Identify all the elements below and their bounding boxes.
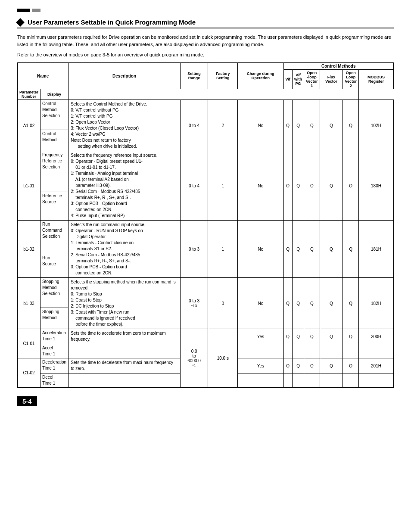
vf-c102: Q xyxy=(283,358,293,373)
display-b101-1: FrequencyReferenceSelection xyxy=(40,151,68,192)
open-loop1-header: Open-loopVector1 xyxy=(304,70,320,89)
vfpg-b101: Q xyxy=(293,151,304,221)
page-number: 5-4 xyxy=(17,396,37,406)
open1-c101: Q xyxy=(304,329,320,344)
flux-b101: Q xyxy=(320,151,343,221)
open2-c101: Q xyxy=(343,329,359,344)
range-b101: 0 to 4 xyxy=(180,151,208,221)
change-c102-2 xyxy=(238,373,283,388)
modbus-c101-2 xyxy=(358,344,393,358)
factory-b102: 1 xyxy=(208,221,238,278)
display-c102-2: DecelTime 1 xyxy=(40,373,68,388)
range-a102: 0 to 4 xyxy=(180,100,208,151)
param-number-header: ParameterNumber xyxy=(18,89,40,100)
accent-gray xyxy=(32,9,40,12)
open1-b101: Q xyxy=(304,151,320,221)
vfpg-c102-2 xyxy=(293,373,304,388)
display-b102-1: RunCommandSelection xyxy=(40,221,68,254)
desc-c101-empty xyxy=(68,344,181,358)
description-header: Description xyxy=(68,63,181,89)
display-b101-2: ReferenceSource xyxy=(40,192,68,220)
name-header: Name xyxy=(18,63,68,89)
vfpg-c101-2 xyxy=(293,344,304,358)
flux-b102: Q xyxy=(320,221,343,278)
open1-c102: Q xyxy=(304,358,320,373)
param-a102: A1-02 xyxy=(18,100,40,151)
desc-c101: Sets the time to accelerate from zero to… xyxy=(68,329,181,344)
table-row: b1-01 FrequencyReferenceSelection Select… xyxy=(18,151,394,192)
desc-c102: Sets the time to decelerate from maxi-mu… xyxy=(68,358,181,373)
open1-b103: Q xyxy=(304,278,320,329)
diamond-icon xyxy=(16,18,25,27)
factory-b103: 0 xyxy=(208,278,238,329)
change-c101-2 xyxy=(238,344,283,358)
open2-a102: Q xyxy=(343,100,359,151)
desc-b102: Selects the run command input source. 0:… xyxy=(68,221,181,278)
setting-range-header: Setting Range xyxy=(180,63,208,89)
modbus-c101: 200H xyxy=(358,329,393,344)
vfpg-a102: Q xyxy=(293,100,304,151)
vfpg-b103: Q xyxy=(293,278,304,329)
modbus-header: MODBUS Register xyxy=(358,70,393,89)
display-header: Display xyxy=(40,89,68,100)
table-row: b1-03 StoppingMethodSelection Selects th… xyxy=(18,278,394,308)
vf-pg-header: V/fwithPG xyxy=(293,70,304,89)
flux-c101: Q xyxy=(320,329,343,344)
section-title: User Parameters Settable in Quick Progra… xyxy=(17,19,394,28)
refer-paragraph: Refer to the overview of modes on page 3… xyxy=(17,52,394,57)
open2-b103: Q xyxy=(343,278,359,329)
vfpg-c101: Q xyxy=(293,329,304,344)
flux-c102-2 xyxy=(320,373,343,388)
desc-sub-header xyxy=(68,89,359,100)
display-b102-2: RunSource xyxy=(40,254,68,278)
vf-a102: Q xyxy=(283,100,293,151)
display-b103-2: StoppingMethod xyxy=(40,308,68,329)
flux-c102: Q xyxy=(320,358,343,373)
factory-c1-shared: 10.0 s xyxy=(208,329,238,388)
accent-black xyxy=(17,9,30,12)
desc-b101: Selects the frequency reference input so… xyxy=(68,151,181,221)
vfpg-b102: Q xyxy=(293,221,304,278)
desc-a102: Selects the Control Method of the Drive.… xyxy=(68,100,181,151)
display-a102-2: ControlMethod xyxy=(40,130,68,151)
modbus-b102: 181H xyxy=(358,221,393,278)
modbus-b101: 180H xyxy=(358,151,393,221)
range-b102: 0 to 3 xyxy=(180,221,208,278)
param-b101: b1-01 xyxy=(18,151,40,221)
page-footer: 5-4 xyxy=(17,396,394,406)
change-a102: No xyxy=(238,100,283,151)
display-c101-1: AccelerationTime 1 xyxy=(40,329,68,344)
modbus-a102: 102H xyxy=(358,100,393,151)
open1-b102: Q xyxy=(304,221,320,278)
desc-c102-empty xyxy=(68,373,181,388)
open1-c102-2 xyxy=(304,373,320,388)
intro-paragraph: The minimum user parameters required for… xyxy=(17,34,394,48)
param-b103: b1-03 xyxy=(18,278,40,329)
open2-c101-2 xyxy=(343,344,359,358)
factory-b101: 1 xyxy=(208,151,238,221)
range-b103: 0 to 3*13 xyxy=(180,278,208,329)
vf-b103: Q xyxy=(283,278,293,329)
display-c102-1: DecelerationTime 1 xyxy=(40,358,68,373)
vf-b101: Q xyxy=(283,151,293,221)
range-c1-shared: 0.0to6000.0*1 xyxy=(180,329,208,388)
modbus-c102-2 xyxy=(358,373,393,388)
change-b103: No xyxy=(238,278,283,329)
change-c101: Yes xyxy=(238,329,283,344)
vf-header: V/f xyxy=(283,70,293,89)
vf-b102: Q xyxy=(283,221,293,278)
open-loop2-header: OpenLoopVector2 xyxy=(343,70,359,89)
flux-a102: Q xyxy=(320,100,343,151)
table-row: A1-02 ControlMethodSelection Selects the… xyxy=(18,100,394,130)
table-row: b1-02 RunCommandSelection Selects the ru… xyxy=(18,221,394,254)
display-b103-1: StoppingMethodSelection xyxy=(40,278,68,308)
open2-b101: Q xyxy=(343,151,359,221)
parameters-table: Name Description Setting Range Factory S… xyxy=(17,62,394,388)
change-b102: No xyxy=(238,221,283,278)
open2-c102-2 xyxy=(343,373,359,388)
flux-c101-2 xyxy=(320,344,343,358)
open2-b102: Q xyxy=(343,221,359,278)
param-c102: C1-02 xyxy=(18,358,40,388)
vf-c102-2 xyxy=(283,373,293,388)
top-accent-bar xyxy=(17,9,394,12)
